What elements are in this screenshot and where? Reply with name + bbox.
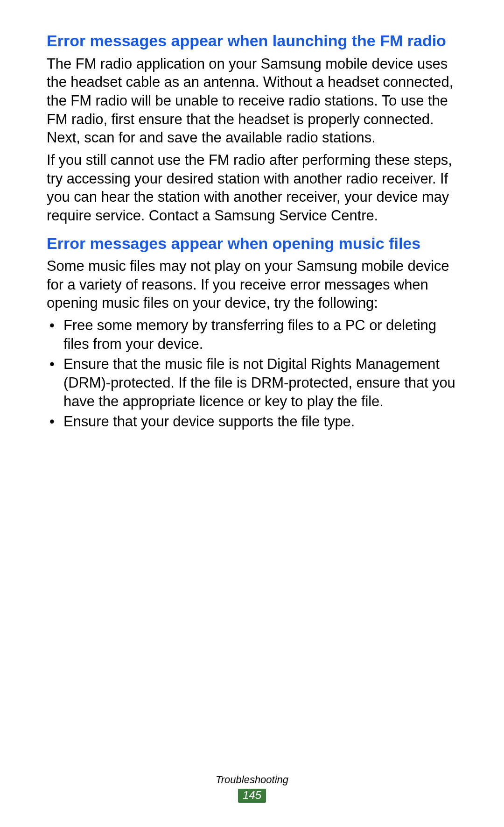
page-number-badge: 145: [238, 789, 266, 803]
section-heading-fm-radio: Error messages appear when launching the…: [47, 31, 457, 51]
list-item: Ensure that the music file is not Digita…: [47, 355, 457, 410]
footer-section-label: Troubleshooting: [0, 774, 504, 786]
body-paragraph: If you still cannot use the FM radio aft…: [47, 151, 457, 225]
list-item: Free some memory by transferring files t…: [47, 316, 457, 353]
bullet-list: Free some memory by transferring files t…: [47, 316, 457, 431]
body-paragraph: Some music files may not play on your Sa…: [47, 257, 457, 312]
page-footer: Troubleshooting 145: [0, 774, 504, 803]
document-page: Error messages appear when launching the…: [0, 0, 504, 827]
body-paragraph: The FM radio application on your Samsung…: [47, 55, 457, 147]
section-heading-music-files: Error messages appear when opening music…: [47, 233, 457, 254]
list-item: Ensure that your device supports the fil…: [47, 412, 457, 431]
